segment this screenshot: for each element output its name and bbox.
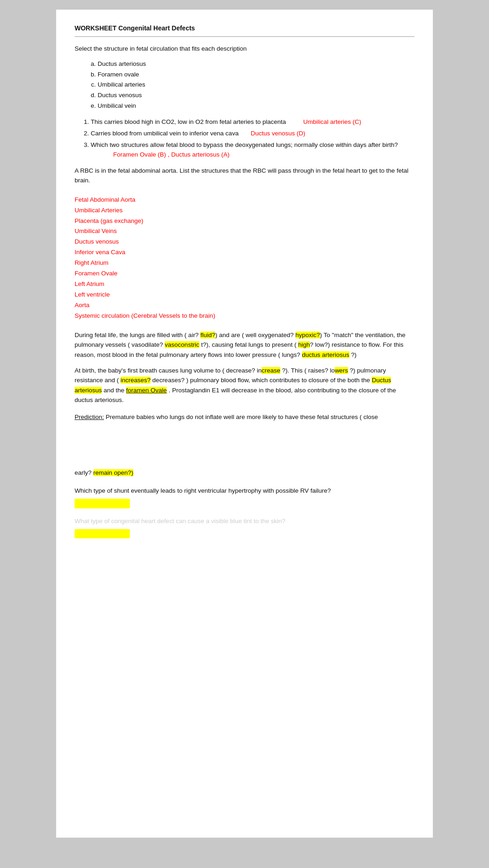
fetal-text-6: ?) xyxy=(349,351,357,358)
hypoxic-answer: hypoxic? xyxy=(296,332,320,338)
instructions: Select the structure in fetal circulatio… xyxy=(75,44,414,54)
list-item: Foramen ovale xyxy=(98,70,414,80)
rbc-path-item: Fetal Abdominal Aorta xyxy=(75,195,414,205)
answer-1: Umbilical arteries (C) xyxy=(303,118,361,125)
prediction-label: Prediction: xyxy=(75,414,104,420)
prediction-text: Prediction: Premature babies who lungs d… xyxy=(75,413,414,422)
answer-2: Ductus venosus (D) xyxy=(250,130,305,137)
list-item: Umbilical arteries xyxy=(98,80,414,90)
rbc-path-item: Aorta xyxy=(75,301,414,310)
rbc-path-item: Foramen Ovale xyxy=(75,269,414,279)
shunt-answer: Left to right shunt xyxy=(75,499,130,508)
birth-paragraph: At birth, the baby's first breath causes… xyxy=(75,366,414,405)
worksheet-page: WORKSHEET Congenital Heart Defects Selec… xyxy=(56,9,433,838)
rbc-path-item: Umbilical Arteries xyxy=(75,206,414,216)
numbered-item-2: Carries blood from umbilical vein to inf… xyxy=(91,129,414,139)
alpha-list: Ductus arteriosus Foramen ovale Umbilica… xyxy=(98,59,414,111)
early-text: early? remain open?) xyxy=(75,468,414,478)
list-item: Umbilical vein xyxy=(98,101,414,111)
answer-3: Foramen Ovale (B) , Ductus arteriosus (A… xyxy=(113,151,230,158)
list-item: Ductus venosus xyxy=(98,91,414,100)
shunt-section: Which type of shunt eventually leads to … xyxy=(75,486,414,508)
rbc-path-item: Umbilical Veins xyxy=(75,227,414,236)
shunt-question: Which type of shunt eventually leads to … xyxy=(75,486,414,496)
blurred-answer-2: Right to left shunt xyxy=(75,529,130,539)
fetal-paragraph: During fetal life, the lungs are filled … xyxy=(75,330,414,360)
rbc-section: A RBC is in the fetal abdominal aorta. L… xyxy=(75,166,414,321)
rbc-path-item: Placenta (gas exchange) xyxy=(75,216,414,226)
vasoconstric-answer: vasoconstric xyxy=(165,341,199,348)
early-word: early? xyxy=(75,469,93,476)
ductus-answer: ductus arteriosus xyxy=(302,351,349,358)
birth-text-1: At birth, the baby's first breath causes… xyxy=(75,367,262,374)
prediction-section: Prediction: Premature babies who lungs d… xyxy=(75,413,414,422)
rbc-path-item: Left ventricle xyxy=(75,290,414,300)
birth-text-2: ?). This ( raises? lo xyxy=(280,367,335,374)
rbc-path-item: Left Atrium xyxy=(75,280,414,289)
rbc-path-item: Right Atrium xyxy=(75,258,414,268)
rbc-path-list: Fetal Abdominal Aorta Umbilical Arteries… xyxy=(75,195,414,321)
blurred-section: What type of congenital heart defect can… xyxy=(75,517,414,539)
rbc-path-item: Systemic circulation (Cerebral Vessels t… xyxy=(75,311,414,321)
rbc-path-item: Ductus venosus xyxy=(75,237,414,247)
birth-text-4: decreases? ) pulmonary blood flow, which… xyxy=(151,377,372,384)
remain-open-answer: remain open?) xyxy=(93,469,134,476)
increases-answer: increases? xyxy=(121,377,151,384)
fetal-text-4: t?), causing fetal lungs to present ( xyxy=(199,341,298,348)
prediction-body: Premature babies who lungs do not inflat… xyxy=(106,414,378,420)
numbered-list: This carries blood high in CO2, low in O… xyxy=(91,117,414,160)
blurred-question: What type of congenital heart defect can… xyxy=(75,517,414,526)
fluid-answer: fluid? xyxy=(200,332,215,338)
numbered-item-1: This carries blood high in CO2, low in O… xyxy=(91,117,414,127)
worksheet-title: WORKSHEET Congenital Heart Defects xyxy=(75,23,414,37)
rbc-path-item: Inferior vena Cava xyxy=(75,248,414,257)
question-text: This carries blood high in CO2, low in O… xyxy=(91,118,286,125)
fetal-text-1: During fetal life, the lungs are filled … xyxy=(75,332,200,338)
increase-answer: crease xyxy=(262,367,280,374)
fetal-text-2: ) and are ( well oxygenated? xyxy=(215,332,295,338)
question-text: Which two structures allow fetal blood t… xyxy=(91,141,398,148)
foramen-ovale-answer: foramen Ovale xyxy=(126,387,167,394)
birth-text-5: and the xyxy=(102,387,126,394)
early-section: early? remain open?) xyxy=(75,468,414,478)
lowers-answer: wers xyxy=(335,367,348,374)
numbered-item-3: Which two structures allow fetal blood t… xyxy=(91,140,414,160)
high-answer: high xyxy=(298,341,310,348)
rbc-prompt: A RBC is in the fetal abdominal aorta. L… xyxy=(75,166,414,186)
list-item: Ductus arteriosus xyxy=(98,59,414,69)
question-text: Carries blood from umbilical vein to inf… xyxy=(91,130,239,137)
